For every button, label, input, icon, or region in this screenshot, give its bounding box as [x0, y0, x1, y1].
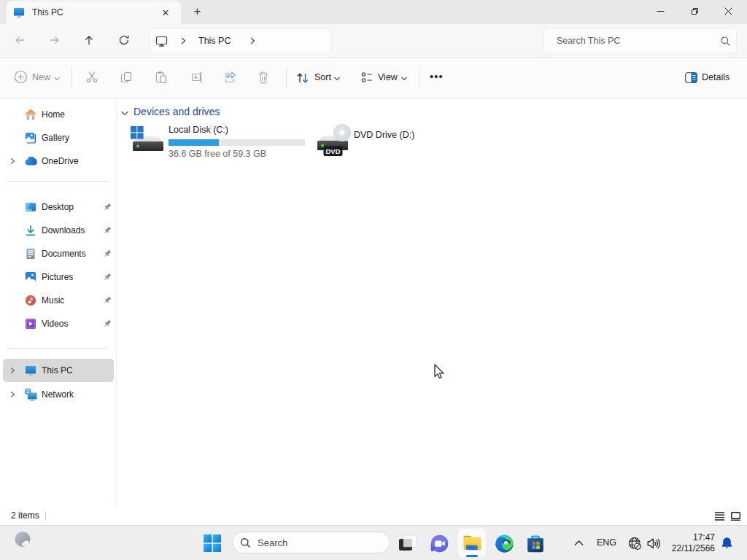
svg-text:DVD: DVD: [325, 147, 340, 155]
